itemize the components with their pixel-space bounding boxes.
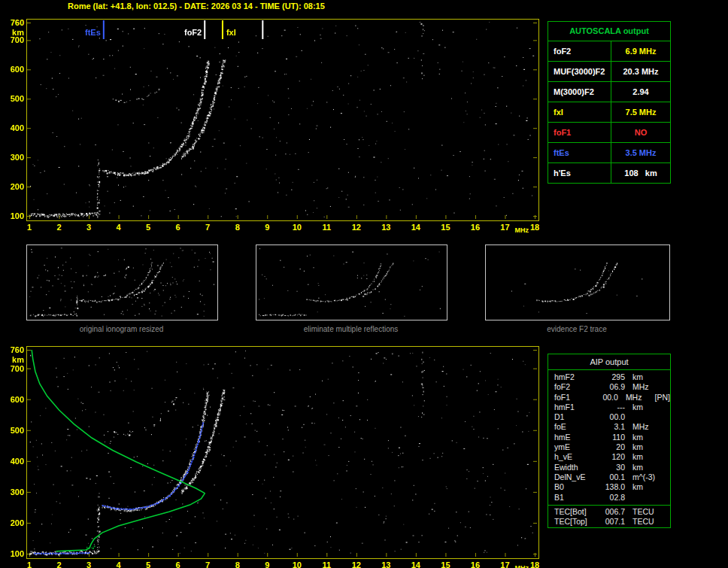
thumb-canvas-f2trace [486, 245, 668, 318]
x-axis-tick: 11 [317, 560, 335, 568]
aip-row: ymE20km [548, 442, 670, 452]
autoscala-row-value: NO [611, 123, 670, 142]
y-axis-tick: 100 [2, 211, 24, 220]
aip-row-value: 02.8 [598, 493, 625, 503]
aip-row-name: hmF2 [554, 372, 598, 382]
aip-row-value: 00.1 [598, 472, 625, 482]
aip-separator [548, 505, 670, 506]
aip-row-extra [658, 442, 664, 452]
y-axis-tick: 760 [2, 345, 24, 354]
marker-label-foF2: foF2 [171, 28, 202, 37]
x-axis-tick: 5 [139, 560, 157, 568]
aip-row-value: 006.7 [598, 507, 625, 517]
aip-row-extra: [PN] [649, 393, 670, 402]
x-axis-tick: 11 [317, 223, 335, 232]
aip-row-name: hmF1 [554, 402, 598, 412]
x-axis-unit: MHz [514, 564, 529, 568]
autoscala-row-label: M(3000)F2 [548, 82, 611, 102]
y-axis-unit: km [2, 28, 24, 37]
x-axis-tick: 1 [20, 223, 38, 232]
aip-row: hmF2295km [548, 372, 670, 382]
aip-row-extra [658, 422, 664, 432]
aip-row-value: 00.0 [593, 393, 618, 402]
y-axis-tick: 700 [2, 35, 24, 44]
aip-row-value: 30 [598, 463, 625, 472]
aip-row-value: 20 [598, 442, 625, 452]
aip-row-unit: m^(-3) [625, 472, 658, 482]
x-axis-tick: 9 [258, 223, 276, 232]
x-axis-tick: 3 [80, 560, 98, 568]
x-axis-tick: 6 [169, 560, 187, 568]
aip-row-extra [658, 402, 664, 412]
autoscala-row-value: 7.5 MHz [611, 102, 670, 122]
aip-row-unit [625, 493, 658, 503]
autoscala-row: ftEs3.5 MHz [548, 143, 670, 163]
y-axis-tick: 500 [2, 94, 24, 103]
autoscala-row-label: MUF(3000)F2 [548, 62, 611, 81]
aip-row-unit: MHz [625, 382, 658, 392]
aip-row-unit: km [625, 372, 658, 382]
aip-row: B102.8 [548, 493, 670, 503]
x-axis-tick: 15 [436, 223, 454, 232]
thumb-multiple-reflections-removed [256, 245, 447, 320]
x-axis-tick: 12 [347, 560, 366, 568]
aip-row-unit: TECU [625, 517, 658, 527]
aip-row: TEC[Top]007.1TECU [548, 517, 670, 527]
y-axis-tick: 600 [2, 65, 24, 74]
aip-row-unit: MHz [618, 393, 649, 402]
aip-row-unit: km [625, 442, 658, 452]
autoscala-row: foF26.9 MHz [548, 41, 670, 62]
aip-row: h_vE120km [548, 452, 670, 462]
autoscala-row-label: h'Es [548, 163, 611, 183]
y-axis-tick: 600 [2, 395, 24, 404]
x-axis-tick: 16 [466, 223, 484, 232]
aip-row-name: h_vE [554, 452, 598, 462]
aip-output-table: AIP output hmF2295kmfoF206.9MHzfoF100.0M… [548, 354, 671, 528]
aip-row: Ewidth30km [548, 463, 670, 472]
x-axis-tick: 3 [80, 223, 98, 232]
y-axis-tick: 500 [2, 426, 24, 435]
thumb-canvas-cleaned [256, 245, 445, 318]
x-axis-tick: 14 [407, 223, 425, 232]
autoscala-row-value: 108 km [611, 163, 670, 183]
aip-row-name: foF1 [554, 393, 593, 402]
x-axis-tick: 10 [288, 223, 306, 232]
aip-row-unit: km [625, 433, 658, 442]
autoscala-row-label: foF2 [548, 41, 611, 61]
autoscala-screen: Rome (lat: +41.8, lon: 012.5) - DATE: 20… [0, 0, 728, 568]
aip-row-name: D1 [554, 412, 598, 422]
aip-row-name: TEC[Top] [554, 517, 598, 527]
autoscala-row-value: 3.5 MHz [611, 143, 670, 163]
y-axis-unit: km [2, 355, 24, 364]
autoscala-row-value: 20.3 MHz [611, 62, 670, 81]
autoscala-row-label: foF1 [548, 123, 611, 142]
y-axis-tick: 200 [2, 182, 24, 191]
x-axis-tick: 2 [50, 560, 68, 568]
aip-row-unit: km [625, 452, 658, 462]
x-axis-tick: 6 [169, 223, 187, 232]
aip-row-name: B1 [554, 493, 598, 503]
ionogram-canvas-top [27, 20, 537, 219]
autoscala-output-table: AUTOSCALA output foF26.9 MHzMUF(3000)F22… [548, 21, 671, 184]
y-axis-tick: 400 [2, 123, 24, 132]
aip-row-extra [658, 517, 664, 527]
aip-row-unit [625, 412, 658, 422]
aip-row-name: B0 [554, 482, 598, 492]
x-axis-unit: MHz [514, 226, 529, 234]
ionogram-plot-bottom [26, 346, 539, 559]
y-axis-tick: 200 [2, 518, 24, 527]
ionogram-canvas-bottom [27, 347, 537, 557]
x-axis-tick: 9 [258, 560, 276, 568]
x-axis-tick: 15 [436, 560, 454, 568]
aip-row-extra [658, 372, 664, 382]
aip-row: B0138.0km [548, 482, 670, 492]
x-axis-tick: 17 [496, 223, 514, 232]
aip-row-name: foF2 [554, 382, 598, 392]
autoscala-row: MUF(3000)F220.3 MHz [548, 62, 670, 82]
autoscala-row-value: 2.94 [611, 82, 670, 102]
autoscala-row: fxI7.5 MHz [548, 102, 670, 123]
aip-row-unit: km [625, 402, 658, 412]
aip-row: hmE110km [548, 433, 670, 442]
marker-label-fxI: fxI [226, 28, 236, 37]
aip-row-extra [658, 412, 664, 422]
